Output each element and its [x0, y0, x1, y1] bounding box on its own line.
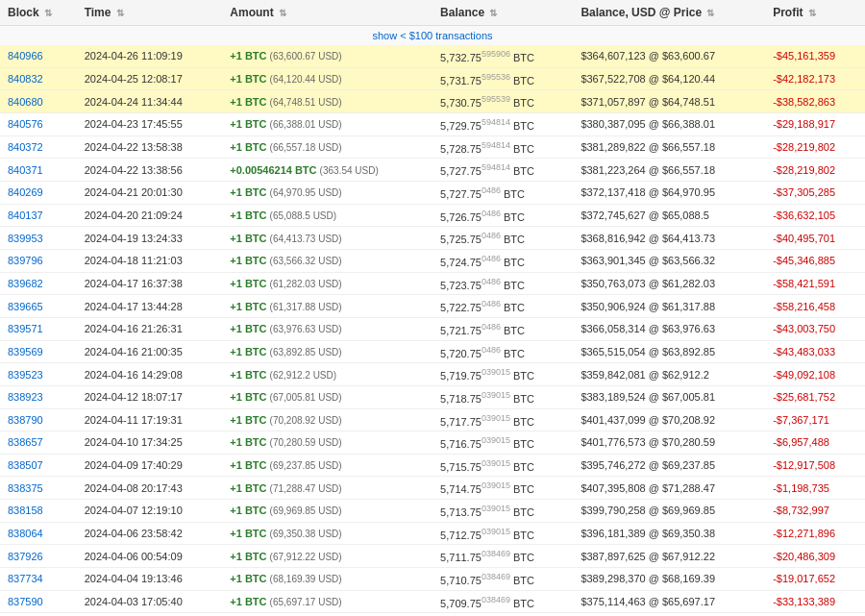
- cell-profit: -$38,582,863: [765, 90, 865, 113]
- block-link[interactable]: 840371: [8, 164, 43, 176]
- table-header-row: Block ⇅ Time ⇅ Amount ⇅ Balance ⇅ Balanc…: [0, 0, 865, 26]
- block-link[interactable]: 837590: [8, 596, 43, 607]
- cell-profit: -$19,017,652: [765, 568, 865, 591]
- block-link[interactable]: 837734: [8, 573, 43, 584]
- cell-amount: +1 BTC (64,970.95 USD): [222, 181, 432, 204]
- cell-block: 840269: [0, 181, 77, 204]
- cell-profit: -$49,092,108: [765, 363, 865, 386]
- block-link[interactable]: 838158: [8, 505, 43, 516]
- table-row: 8385072024-04-09 17:40:29+1 BTC (69,237.…: [0, 454, 865, 477]
- cell-time: 2024-04-09 17:40:29: [77, 454, 223, 477]
- cell-amount: +1 BTC (63,976.63 USD): [222, 317, 432, 340]
- block-link[interactable]: 839571: [8, 323, 43, 334]
- sort-arrow-time: ⇅: [116, 8, 124, 18]
- block-link[interactable]: 838923: [8, 391, 43, 403]
- cell-time: 2024-04-24 11:34:44: [77, 90, 223, 113]
- block-link[interactable]: 838790: [8, 414, 43, 426]
- amount-value: +1 BTC: [230, 118, 269, 130]
- cell-time: 2024-04-16 21:00:35: [77, 340, 223, 363]
- column-balance[interactable]: Balance ⇅: [432, 0, 573, 26]
- block-link[interactable]: 839953: [8, 233, 43, 244]
- column-amount[interactable]: Amount ⇅: [222, 0, 432, 26]
- transactions-table: Block ⇅ Time ⇅ Amount ⇅ Balance ⇅ Balanc…: [0, 0, 865, 616]
- amount-usd: (61,317.88 USD): [270, 302, 342, 312]
- amount-value: +1 BTC: [230, 414, 269, 426]
- amount-value: +1 BTC: [230, 459, 269, 471]
- amount-usd: (63,892.85 USD): [270, 347, 342, 357]
- amount-value: +1 BTC: [230, 233, 269, 244]
- cell-profit: -$42,182,173: [765, 67, 865, 90]
- cell-balance: 5,731.75595536 BTC: [432, 67, 573, 90]
- cell-balance: 5,730.75595539 BTC: [432, 90, 573, 113]
- table-row: 8377342024-04-04 19:13:46+1 BTC (68,169.…: [0, 568, 865, 591]
- block-link[interactable]: 837926: [8, 551, 43, 562]
- sort-arrow-balance-usd: ⇅: [706, 8, 714, 18]
- amount-value: +1 BTC: [230, 50, 269, 62]
- cell-profit: -$28,219,802: [765, 136, 865, 159]
- cell-balance-usd: $395,746,272 @ $69,237.85: [573, 454, 765, 477]
- cell-block: 838657: [0, 431, 77, 455]
- table-row: 8403722024-04-22 13:58:38+1 BTC (66,557.…: [0, 136, 865, 159]
- block-link[interactable]: 840966: [8, 50, 43, 62]
- table-row: 8395692024-04-16 21:00:35+1 BTC (63,892.…: [0, 340, 865, 363]
- block-link[interactable]: 840576: [8, 118, 43, 130]
- filter-link[interactable]: show < $100 transactions: [372, 30, 492, 41]
- cell-balance-usd: $401,437,099 @ $70,208.92: [573, 408, 765, 431]
- table-row: 8386572024-04-10 17:34:25+1 BTC (70,280.…: [0, 431, 865, 455]
- table-body: 8409662024-04-26 11:09:19+1 BTC (63,600.…: [0, 45, 865, 616]
- cell-amount: +1 BTC (70,280.59 USD): [222, 431, 432, 455]
- column-time[interactable]: Time ⇅: [77, 0, 223, 26]
- cell-profit: -$58,216,458: [765, 295, 865, 318]
- amount-usd: (66,557.18 USD): [270, 142, 342, 153]
- table-row: 8399532024-04-19 13:24:33+1 BTC (64,413.…: [0, 227, 865, 250]
- cell-time: 2024-04-17 16:37:38: [77, 272, 223, 295]
- cell-block: 840372: [0, 136, 77, 159]
- amount-value: +1 BTC: [230, 323, 269, 334]
- column-balance-usd[interactable]: Balance, USD @ Price ⇅: [573, 0, 765, 26]
- cell-amount: +1 BTC (62,912.2 USD): [222, 363, 432, 386]
- amount-usd: (67,005.81 USD): [270, 392, 342, 403]
- block-link[interactable]: 840832: [8, 73, 43, 85]
- column-block[interactable]: Block ⇅: [0, 0, 77, 26]
- cell-profit: -$43,003,750: [765, 317, 865, 340]
- amount-value: +0.00546214 BTC: [230, 164, 319, 176]
- cell-block: 837734: [0, 568, 77, 591]
- block-link[interactable]: 840372: [8, 141, 43, 153]
- block-link[interactable]: 839796: [8, 255, 43, 266]
- cell-balance: 5,727.75594814 BTC: [432, 159, 573, 182]
- block-link[interactable]: 840269: [8, 186, 43, 198]
- block-link[interactable]: 838375: [8, 482, 43, 494]
- block-link[interactable]: 839665: [8, 301, 43, 312]
- block-link[interactable]: 840137: [8, 209, 43, 221]
- amount-usd: (69,969.85 USD): [270, 505, 342, 516]
- cell-time: 2024-04-22 13:58:38: [77, 136, 223, 159]
- cell-balance-usd: $372,137,418 @ $64,970.95: [573, 181, 765, 204]
- cell-profit: -$12,917,508: [765, 454, 865, 477]
- cell-profit: -$36,632,105: [765, 204, 865, 227]
- cell-balance-usd: $387,897,625 @ $67,912.22: [573, 545, 765, 568]
- table-row: 8403712024-04-22 13:38:56+0.00546214 BTC…: [0, 159, 865, 182]
- block-link[interactable]: 838657: [8, 436, 43, 448]
- cell-time: 2024-04-17 13:44:28: [77, 295, 223, 318]
- cell-profit: -$43,483,033: [765, 340, 865, 363]
- cell-balance: 5,715.75039015 BTC: [432, 454, 573, 477]
- cell-profit: -$45,161,359: [765, 45, 865, 67]
- block-link[interactable]: 838507: [8, 459, 43, 471]
- column-profit[interactable]: Profit ⇅: [765, 0, 865, 26]
- block-link[interactable]: 839569: [8, 346, 43, 357]
- amount-value: +1 BTC: [230, 209, 269, 221]
- block-link[interactable]: 838064: [8, 528, 43, 539]
- block-link[interactable]: 839682: [8, 278, 43, 289]
- cell-balance: 5,727.750486 BTC: [432, 181, 573, 204]
- cell-balance-usd: $407,395,808 @ $71,288.47: [573, 477, 765, 500]
- cell-time: 2024-04-11 17:19:31: [77, 408, 223, 431]
- cell-amount: +1 BTC (69,350.38 USD): [222, 522, 432, 545]
- block-link[interactable]: 839523: [8, 369, 43, 381]
- cell-time: 2024-04-04 19:13:46: [77, 568, 223, 591]
- amount-usd: (69,237.85 USD): [270, 460, 342, 471]
- cell-balance: 5,710.75038469 BTC: [432, 568, 573, 591]
- block-link[interactable]: 840680: [8, 96, 43, 108]
- amount-usd: (65,088.5 USD): [270, 210, 336, 221]
- cell-amount: +1 BTC (65,697.17 USD): [222, 590, 432, 613]
- cell-balance: 5,717.75039015 BTC: [432, 408, 573, 431]
